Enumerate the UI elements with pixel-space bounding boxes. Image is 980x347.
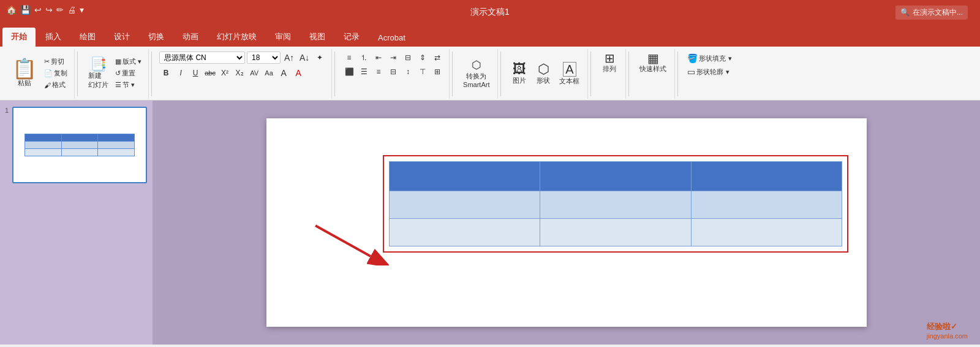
tab-acrobat[interactable]: Acrobat bbox=[369, 29, 414, 47]
separator-4 bbox=[452, 51, 453, 96]
edit-icon[interactable]: ✏ bbox=[56, 5, 64, 15]
shape-fill-button[interactable]: 🪣 形状填充 ▾ bbox=[685, 53, 733, 64]
shape-outline-label: 形状轮廓 ▾ bbox=[696, 67, 729, 77]
home-icon[interactable]: 🏠 bbox=[6, 5, 17, 15]
slide-number: 1 bbox=[5, 107, 9, 114]
strikethrough-button[interactable]: abc bbox=[203, 67, 217, 79]
align-left-button[interactable]: ⬛ bbox=[342, 66, 356, 78]
highlight-color-button[interactable]: A bbox=[277, 67, 290, 79]
align-center-button[interactable]: ☰ bbox=[357, 66, 371, 78]
copy-label: 复制 bbox=[54, 69, 67, 78]
search-icon: 🔍 bbox=[900, 8, 910, 17]
tab-record[interactable]: 记录 bbox=[335, 28, 368, 47]
table-cell-3-1[interactable] bbox=[390, 219, 540, 246]
shape-outline-button[interactable]: ▭ 形状轮廓 ▾ bbox=[685, 66, 731, 77]
vertical-align-button[interactable]: ⊤ bbox=[416, 66, 429, 78]
cut-button[interactable]: ✂ 剪切 bbox=[42, 56, 69, 67]
tab-slideshow[interactable]: 幻灯片放映 bbox=[208, 28, 265, 47]
search-box[interactable]: 🔍 在演示文稿中... bbox=[895, 6, 968, 20]
bullets-button[interactable]: ≡ bbox=[342, 51, 356, 64]
table-cell-1-1[interactable] bbox=[390, 162, 540, 191]
slide-thumbnail[interactable] bbox=[12, 107, 147, 183]
ribbon-group-clipboard: 📋 粘贴 ✂ 剪切 📄 复制 🖌 格式 bbox=[4, 49, 75, 99]
add-column-button[interactable]: ⊞ bbox=[431, 66, 444, 78]
font-color-button[interactable]: A bbox=[292, 67, 305, 79]
table-cell-1-3[interactable] bbox=[691, 162, 842, 191]
tab-view[interactable]: 视图 bbox=[301, 28, 334, 47]
insert-textbox-button[interactable]: A 文本框 bbox=[556, 60, 582, 88]
line-spacing-button[interactable]: ↕ bbox=[401, 66, 415, 78]
table-cell-2-3[interactable] bbox=[691, 191, 842, 219]
decrease-font-button[interactable]: A↓ bbox=[298, 51, 311, 64]
undo-icon[interactable]: ↩ bbox=[34, 5, 42, 15]
quick-styles-icon: ▦ bbox=[647, 52, 659, 64]
watermark: 经验啦✓ jingyanla.com bbox=[927, 321, 968, 340]
tab-draw[interactable]: 绘图 bbox=[71, 28, 104, 47]
layout-button[interactable]: ▦ 版式 ▾ bbox=[113, 56, 143, 67]
text-direction2-button[interactable]: ⇄ bbox=[431, 51, 444, 64]
tab-insert[interactable]: 插入 bbox=[37, 28, 70, 47]
redo-icon[interactable]: ↪ bbox=[45, 5, 53, 15]
bold-button[interactable]: B bbox=[159, 67, 173, 79]
table-cell-3-3[interactable] bbox=[691, 219, 842, 246]
reset-icon: ↺ bbox=[115, 69, 121, 77]
convert-smartart-button[interactable]: ⬡ 转换为SmartArt bbox=[460, 56, 492, 90]
print-icon[interactable]: 🖨 bbox=[67, 5, 76, 15]
save-icon[interactable]: 💾 bbox=[20, 5, 31, 15]
table-cell-2-2[interactable] bbox=[540, 191, 691, 219]
textbox-label: 文本框 bbox=[559, 77, 579, 86]
ribbon-group-arrange: ⊞ 排列 bbox=[594, 49, 626, 99]
paste-button[interactable]: 📋 粘贴 bbox=[9, 56, 40, 90]
char-spacing-button[interactable]: AV bbox=[247, 67, 261, 79]
tab-transitions[interactable]: 切换 bbox=[140, 28, 173, 47]
new-slide-button[interactable]: 📑 新建幻灯片 bbox=[85, 56, 111, 91]
dropdown-icon[interactable]: ▾ bbox=[80, 5, 84, 15]
columns-button[interactable]: ⊟ bbox=[401, 51, 415, 64]
svg-line-1 bbox=[315, 226, 371, 256]
insert-shape-button[interactable]: ⬡ 形状 bbox=[532, 61, 554, 87]
image-label: 图片 bbox=[513, 76, 526, 85]
font-name-select[interactable]: 思源黑体 CN bbox=[159, 51, 245, 64]
tab-home[interactable]: 开始 bbox=[2, 28, 36, 47]
arrange-label: 排列 bbox=[603, 64, 616, 74]
justify-button[interactable]: ⊟ bbox=[386, 66, 400, 78]
font-case-button[interactable]: Aa bbox=[262, 67, 276, 79]
tab-design[interactable]: 设计 bbox=[105, 28, 138, 47]
section-button[interactable]: ☰ 节 ▾ bbox=[113, 80, 143, 90]
reset-button[interactable]: ↺ 重置 bbox=[113, 68, 143, 78]
copy-button[interactable]: 📄 复制 bbox=[42, 68, 69, 78]
tab-review[interactable]: 审阅 bbox=[266, 28, 300, 47]
subscript-button[interactable]: X₂ bbox=[233, 67, 246, 79]
increase-indent-button[interactable]: ⇥ bbox=[386, 51, 400, 64]
table-cell-2-1[interactable] bbox=[390, 191, 540, 219]
superscript-button[interactable]: X² bbox=[218, 67, 232, 79]
watermark-subtext: jingyanla.com bbox=[927, 332, 968, 340]
increase-font-button[interactable]: A↑ bbox=[282, 51, 296, 64]
section-icon: ☰ bbox=[115, 81, 121, 89]
italic-button[interactable]: I bbox=[174, 67, 187, 79]
underline-button[interactable]: U bbox=[189, 67, 202, 79]
ribbon-group-insert: 🖼 图片 ⬡ 形状 A 文本框 bbox=[503, 49, 588, 99]
tab-animations[interactable]: 动画 bbox=[174, 28, 207, 47]
text-direction-button[interactable]: ⇕ bbox=[416, 51, 429, 64]
section-label: 节 ▾ bbox=[123, 80, 135, 90]
decrease-indent-button[interactable]: ⇤ bbox=[372, 51, 385, 64]
new-slide-icon: 📑 bbox=[90, 58, 107, 71]
table-container[interactable] bbox=[383, 155, 848, 253]
ribbon-group-smartart: ⬡ 转换为SmartArt bbox=[455, 49, 498, 99]
clear-format-button[interactable]: ✦ bbox=[313, 51, 326, 64]
insert-image-button[interactable]: 🖼 图片 bbox=[508, 61, 530, 87]
title-bar: 🏠 💾 ↩ ↪ ✏ 🖨 ▾ 演示文稿1 🔍 在演示文稿中... bbox=[0, 0, 980, 25]
quick-styles-button[interactable]: ▦ 快速样式 bbox=[636, 50, 669, 75]
slide-canvas[interactable] bbox=[266, 118, 867, 327]
quick-access-toolbar[interactable]: 🏠 💾 ↩ ↪ ✏ 🖨 ▾ bbox=[6, 5, 84, 15]
table-cell-1-2[interactable] bbox=[540, 162, 691, 191]
table-cell-3-2[interactable] bbox=[540, 219, 691, 246]
arrange-button[interactable]: ⊞ 排列 bbox=[598, 50, 620, 75]
numbering-button[interactable]: ⒈ bbox=[357, 51, 371, 64]
table-row-1 bbox=[390, 162, 842, 191]
align-right-button[interactable]: ≡ bbox=[372, 66, 385, 78]
textbox-icon: A bbox=[563, 62, 576, 77]
font-size-select[interactable]: 18 bbox=[247, 51, 281, 64]
format-painter-button[interactable]: 🖌 格式 bbox=[42, 80, 69, 90]
